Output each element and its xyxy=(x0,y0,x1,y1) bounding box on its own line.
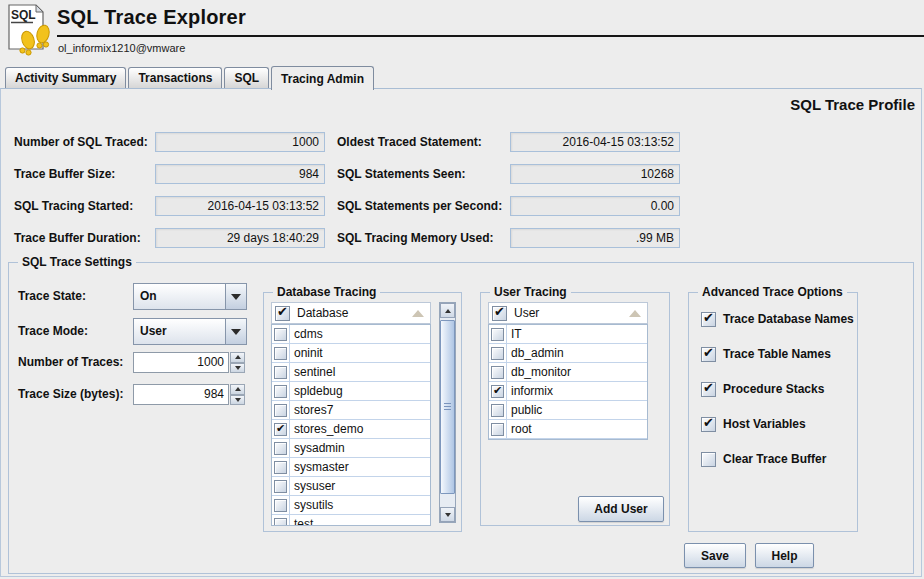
table-row[interactable]: root xyxy=(489,420,647,439)
app-title: SQL Trace Explorer xyxy=(57,6,246,29)
table-row[interactable]: cdms xyxy=(272,325,430,344)
tab-tracing-admin[interactable]: Tracing Admin xyxy=(271,66,374,90)
checkbox[interactable] xyxy=(274,499,287,512)
trace-state-combobox[interactable]: On xyxy=(133,283,247,310)
checkbox[interactable] xyxy=(274,480,287,493)
table-row[interactable]: informix xyxy=(489,382,647,401)
trace-size-value[interactable]: 984 xyxy=(133,384,229,405)
trace-mode-label: Trace Mode: xyxy=(18,318,88,345)
add-user-button[interactable]: Add User xyxy=(578,496,664,522)
tab-sql[interactable]: SQL xyxy=(224,67,269,88)
sql-document-icon: SQL xyxy=(6,3,54,58)
spinner-down-button[interactable] xyxy=(230,363,245,374)
scrollbar-thumb[interactable] xyxy=(440,320,455,494)
checkbox[interactable] xyxy=(274,385,287,398)
checkbox[interactable] xyxy=(491,423,504,436)
advanced-trace-options-group: Advanced Trace Options Trace Database Na… xyxy=(688,292,858,532)
row-label: oninit xyxy=(290,346,323,360)
stat-value-field: 0.00 xyxy=(510,196,680,216)
row-checkbox-cell xyxy=(489,382,507,400)
checkbox[interactable] xyxy=(491,328,504,341)
stat-label: Trace Buffer Duration: xyxy=(14,228,155,248)
triangle-down-icon xyxy=(235,398,241,402)
scrollbar-track[interactable] xyxy=(440,318,455,507)
option-label: Procedure Stacks xyxy=(723,382,824,396)
row-checkbox-cell xyxy=(272,382,290,400)
trace-mode-combobox[interactable]: User xyxy=(133,318,247,345)
table-row[interactable]: oninit xyxy=(272,344,430,363)
chevron-down-icon xyxy=(231,329,241,335)
option-label: Host Variables xyxy=(723,417,806,431)
advanced-option[interactable]: Procedure Stacks xyxy=(701,381,824,397)
select-all-databases-checkbox[interactable] xyxy=(275,306,290,321)
stat-value-field: 29 days 18:40:29 xyxy=(155,228,325,248)
combobox-arrow-button[interactable] xyxy=(225,319,246,344)
row-checkbox-cell xyxy=(272,344,290,362)
table-row[interactable]: spldebug xyxy=(272,382,430,401)
row-checkbox-cell xyxy=(272,325,290,343)
table-row[interactable]: public xyxy=(489,401,647,420)
spinner-buttons xyxy=(230,384,245,405)
database-list-scrollbar[interactable] xyxy=(439,302,456,523)
table-row[interactable]: stores_demo xyxy=(272,420,430,439)
checkbox[interactable] xyxy=(491,404,504,417)
advanced-option[interactable]: Trace Database Names xyxy=(701,311,854,327)
number-of-traces-value[interactable]: 1000 xyxy=(133,352,229,373)
select-all-users-checkbox[interactable] xyxy=(492,306,507,321)
checkbox[interactable] xyxy=(491,366,504,379)
checkbox[interactable] xyxy=(491,347,504,360)
database-column-header[interactable]: Database xyxy=(271,302,431,324)
advanced-option[interactable]: Trace Table Names xyxy=(701,346,831,362)
number-of-traces-spinner[interactable]: 1000 xyxy=(133,352,245,373)
checkbox[interactable] xyxy=(274,461,287,474)
combobox-arrow-button[interactable] xyxy=(225,284,246,309)
option-label: Trace Database Names xyxy=(723,312,854,326)
table-row[interactable]: IT xyxy=(489,325,647,344)
table-row[interactable]: sentinel xyxy=(272,363,430,382)
table-row[interactable]: db_admin xyxy=(489,344,647,363)
checkbox[interactable] xyxy=(491,385,504,398)
help-button[interactable]: Help xyxy=(755,543,814,568)
checkbox[interactable] xyxy=(274,366,287,379)
table-row[interactable]: db_monitor xyxy=(489,363,647,382)
user-column-header[interactable]: User xyxy=(488,302,648,324)
scroll-up-button[interactable] xyxy=(440,303,455,318)
table-row[interactable]: sysutils xyxy=(272,496,430,515)
group-title: Database Tracing xyxy=(273,285,380,299)
table-row[interactable]: stores7 xyxy=(272,401,430,420)
scroll-down-button[interactable] xyxy=(440,507,455,522)
save-button[interactable]: Save xyxy=(684,543,746,568)
option-label: Trace Table Names xyxy=(723,347,831,361)
tab-activity-summary[interactable]: Activity Summary xyxy=(5,67,126,88)
checkbox[interactable] xyxy=(274,423,287,436)
trace-size-spinner[interactable]: 984 xyxy=(133,384,245,405)
spinner-up-button[interactable] xyxy=(230,384,245,395)
table-row[interactable]: sysuser xyxy=(272,477,430,496)
sort-ascending-icon xyxy=(629,310,641,317)
checkbox[interactable] xyxy=(274,518,287,527)
stat-label: Number of SQL Traced: xyxy=(14,132,155,152)
advanced-option[interactable]: Host Variables xyxy=(701,416,806,432)
trace-mode-value: User xyxy=(134,319,225,344)
row-label: db_admin xyxy=(507,346,564,360)
checkbox[interactable] xyxy=(274,442,287,455)
svg-text:SQL: SQL xyxy=(11,8,36,22)
row-label: spldebug xyxy=(290,384,343,398)
spinner-up-button[interactable] xyxy=(230,352,245,363)
checkbox[interactable] xyxy=(701,452,716,467)
table-row[interactable]: sysadmin xyxy=(272,439,430,458)
table-row[interactable]: test xyxy=(272,515,430,526)
checkbox[interactable] xyxy=(274,328,287,341)
tab-transactions[interactable]: Transactions xyxy=(128,67,222,88)
table-row[interactable]: sysmaster xyxy=(272,458,430,477)
spinner-down-button[interactable] xyxy=(230,395,245,406)
checkbox[interactable] xyxy=(274,404,287,417)
advanced-option[interactable]: Clear Trace Buffer xyxy=(701,451,826,467)
checkbox[interactable] xyxy=(274,347,287,360)
checkbox[interactable] xyxy=(701,417,716,432)
checkbox[interactable] xyxy=(701,347,716,362)
group-title: Advanced Trace Options xyxy=(698,285,847,299)
row-label: db_monitor xyxy=(507,365,571,379)
checkbox[interactable] xyxy=(701,382,716,397)
checkbox[interactable] xyxy=(701,312,716,327)
